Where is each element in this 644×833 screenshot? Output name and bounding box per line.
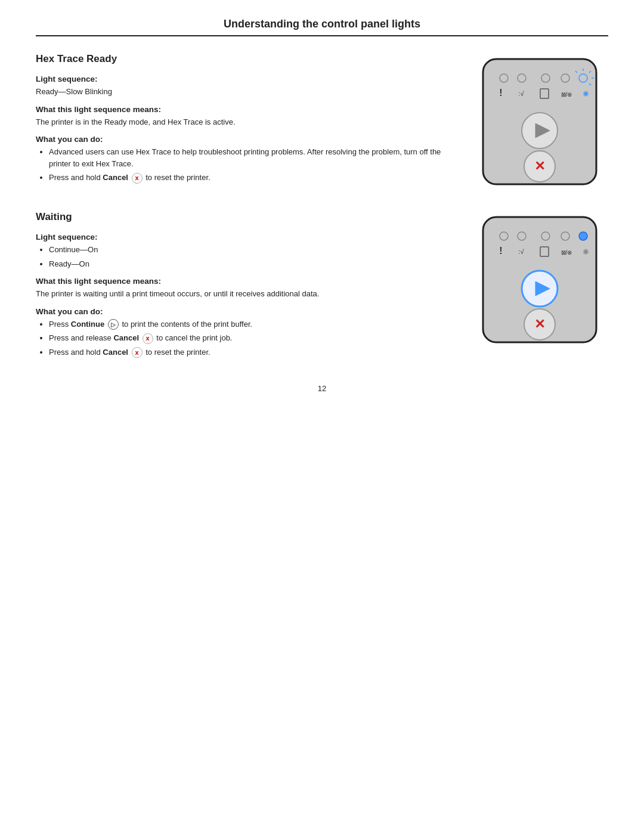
svg-text::√: :√ (518, 248, 524, 255)
section-waiting-text: Waiting Light sequence: Continue—On Read… (36, 211, 477, 360)
waiting-light-seq-label: Light sequence: (36, 233, 459, 241)
waiting-light-seq-bullets: Continue—On Ready—On (49, 244, 459, 270)
waiting-light-seq-bullet1: Continue—On (49, 244, 459, 256)
waiting-light-seq-bullet2: Ready—On (49, 258, 459, 270)
cancel-icon-1: x (132, 173, 143, 184)
waiting-panel-image: ! :√ ⊠/⊗ ✺ ✕ (477, 211, 608, 350)
waiting-heading: Waiting (36, 211, 459, 223)
hex-trace-bullet2: Press and hold Cancel x to reset the pri… (49, 172, 459, 184)
hex-trace-light-seq-value: Ready—Slow Blinking (36, 86, 459, 98)
hex-trace-heading: Hex Trace Ready (36, 53, 459, 65)
cancel-icon-3: x (132, 347, 143, 358)
hex-trace-what-means-label: What this light sequence means: (36, 105, 459, 114)
hex-trace-bullet-list: Advanced users can use Hex Trace to help… (49, 146, 459, 184)
svg-text:⊠/⊗: ⊠/⊗ (561, 249, 572, 256)
waiting-bullet3: Press and hold Cancel x to reset the pri… (49, 346, 459, 358)
waiting-bullet1: Press Continue ▷ to print the contents o… (49, 318, 459, 330)
svg-text:!: ! (499, 88, 502, 98)
hex-trace-bullet1: Advanced users can use Hex Trace to help… (49, 146, 459, 169)
svg-text:✕: ✕ (534, 159, 545, 174)
section-waiting: Waiting Light sequence: Continue—On Read… (36, 211, 608, 360)
page-number: 12 (36, 384, 608, 393)
waiting-what-do-label: What you can do: (36, 307, 459, 316)
cancel-icon-2: x (143, 333, 153, 344)
waiting-what-means-label: What this light sequence means: (36, 277, 459, 286)
section-hex-trace: Hex Trace Ready Light sequence: Ready—Sl… (36, 53, 608, 192)
waiting-bullet-list: Press Continue ▷ to print the contents o… (49, 318, 459, 358)
hex-trace-what-do-label: What you can do: (36, 135, 459, 144)
section-hex-trace-text: Hex Trace Ready Light sequence: Ready—Sl… (36, 53, 477, 186)
page-title: Understanding the control panel lights (36, 18, 608, 36)
svg-text:✺: ✺ (583, 247, 589, 256)
svg-point-25 (579, 232, 587, 240)
svg-text::√: :√ (518, 90, 524, 97)
svg-text:✺: ✺ (583, 89, 589, 98)
waiting-bullet2: Press and release Cancel x to cancel the… (49, 332, 459, 344)
svg-text:!: ! (499, 246, 502, 256)
continue-icon-2: ▷ (108, 319, 119, 330)
hex-trace-what-means-value: The printer is in the Ready mode, and He… (36, 116, 459, 128)
svg-text:⊠/⊗: ⊠/⊗ (561, 91, 572, 98)
svg-text:✕: ✕ (534, 317, 545, 332)
waiting-what-means-value: The printer is waiting until a print tim… (36, 288, 459, 300)
hex-trace-light-seq-label: Light sequence: (36, 75, 459, 83)
hex-trace-panel-image: ! :√ ⊠/⊗ ✺ ✕ (477, 53, 608, 192)
